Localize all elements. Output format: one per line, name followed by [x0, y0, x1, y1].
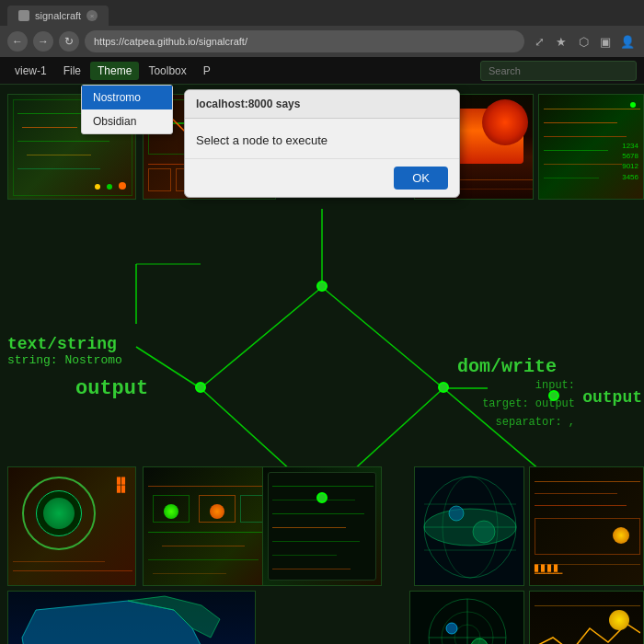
url-text: https://catpea.github.io/signalcraft/: [94, 36, 247, 47]
tab-title: signalcraft: [35, 10, 81, 21]
forward-button[interactable]: →: [33, 31, 53, 52]
dom-target-label: target: output: [482, 397, 575, 410]
dialog-header: localhost:8000 says: [185, 90, 459, 119]
thumb-map-north-america[interactable]: ◈ ◈: [7, 591, 256, 644]
star-icon[interactable]: ★: [552, 32, 570, 51]
output-left-label: output: [75, 377, 148, 400]
canvas-area: ▓▓▓: [0, 85, 644, 644]
app-menubar: view-1 File Theme Toolbox P: [0, 57, 644, 85]
search-input[interactable]: [480, 61, 637, 81]
extension-icon[interactable]: ⬡: [574, 32, 592, 51]
text-string-node-label[interactable]: text/string: [7, 335, 117, 353]
conn-dot-4: [438, 382, 449, 393]
theme-obsidian[interactable]: Obsidian: [82, 109, 172, 133]
thumb-circular-hud[interactable]: ▊▊▊▊: [7, 466, 136, 586]
svg-point-19: [449, 506, 464, 521]
dialog-footer: OK: [185, 158, 459, 197]
user-icon[interactable]: 👤: [618, 32, 637, 51]
thumb-control-panel[interactable]: 1234567890123456: [538, 94, 644, 200]
dialog-ok-button[interactable]: OK: [394, 167, 448, 190]
svg-line-2: [322, 287, 443, 388]
menu-p[interactable]: P: [196, 62, 218, 80]
conn-dot-3: [316, 492, 328, 503]
thumb-chart-screen[interactable]: [529, 591, 644, 644]
thumb-world-map[interactable]: [414, 466, 524, 586]
menu-file[interactable]: File: [56, 62, 88, 80]
thumb-radar-world[interactable]: [409, 591, 524, 644]
app-area: view-1 File Theme Toolbox P Nostromo Obs…: [0, 57, 644, 644]
theme-nostromo[interactable]: Nostromo: [82, 86, 172, 109]
dialog-body: Select a node to execute: [185, 119, 459, 158]
browser-toolbar-icons: ⤢ ★ ⬡ ▣ 👤: [530, 32, 637, 51]
theme-dropdown: Nostromo Obsidian: [81, 85, 173, 134]
conn-dot-5: [548, 390, 559, 401]
dom-separator-label: separator: ,: [496, 416, 575, 429]
active-tab[interactable]: signalcraft ×: [7, 6, 109, 26]
output-right-label: output: [582, 388, 642, 407]
svg-point-26: [446, 623, 457, 634]
string-value-label: string: Nostromo: [7, 353, 122, 367]
browser-chrome: signalcraft × ← → ↻ https://catpea.githu…: [0, 0, 644, 57]
refresh-button[interactable]: ↻: [59, 31, 79, 52]
conn-dot-1: [195, 382, 206, 393]
window-icon[interactable]: ▣: [596, 32, 615, 51]
menu-theme[interactable]: Theme: [90, 62, 139, 80]
menu-view[interactable]: view-1: [7, 62, 54, 80]
svg-point-27: [471, 638, 488, 644]
menu-toolbox[interactable]: Toolbox: [141, 62, 193, 80]
tab-close-btn[interactable]: ×: [86, 10, 98, 21]
conn-dot-2: [316, 281, 328, 292]
thumb-radar-screen[interactable]: [262, 466, 382, 586]
share-icon[interactable]: ⤢: [530, 32, 548, 51]
svg-point-18: [424, 509, 516, 546]
back-button[interactable]: ←: [7, 31, 28, 52]
thumb-circuit-board-2[interactable]: [143, 466, 271, 586]
svg-point-20: [473, 521, 495, 543]
svg-line-0: [201, 287, 322, 388]
browser-toolbar: ← → ↻ https://catpea.github.io/signalcra…: [0, 26, 644, 57]
tab-favicon: [18, 10, 29, 21]
alert-dialog: localhost:8000 says Select a node to exe…: [184, 89, 460, 198]
thumb-data-screen[interactable]: ▊ ▊ ▊ ▊▔▔▔▔▔▔: [529, 466, 644, 586]
address-bar[interactable]: https://catpea.github.io/signalcraft/: [85, 30, 524, 52]
browser-tabs: signalcraft ×: [0, 0, 644, 26]
dom-write-node-label[interactable]: dom/write: [457, 356, 557, 377]
